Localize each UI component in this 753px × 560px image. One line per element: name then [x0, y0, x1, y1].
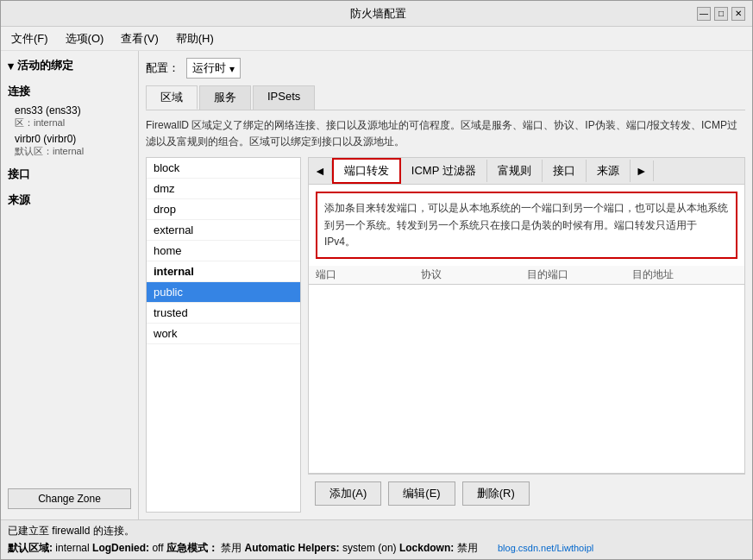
menu-help[interactable]: 帮助(H): [169, 29, 221, 48]
sub-tab-icmp[interactable]: ICMP 过滤器: [401, 160, 487, 182]
zone-public[interactable]: public: [147, 282, 300, 303]
status-connected: 已建立至 firewalld 的连接。: [8, 525, 135, 537]
tab-zones[interactable]: 区域: [146, 85, 198, 110]
config-bar: 配置： 运行时: [146, 58, 745, 79]
maximize-button[interactable]: □: [714, 7, 728, 21]
main-tabs: 区域 服务 IPSets: [146, 85, 745, 110]
content-area: 配置： 运行时 区域 服务 IPSets FirewallD 区域定义了绑定的网…: [139, 51, 752, 519]
right-panel: ◄ 端口转发 ICMP 过滤器 富规则 接口 来源 ► 添加条目来转发端口，可以…: [308, 157, 745, 513]
zone-trusted[interactable]: trusted: [147, 303, 300, 324]
action-buttons: 添加(A) 编辑(E) 删除(R): [308, 474, 745, 513]
zone-internal[interactable]: internal: [147, 261, 300, 282]
status-lockdown-label: Lockdown:: [399, 542, 454, 554]
title-bar: 防火墙配置 — □ ✕: [1, 1, 752, 27]
status-emergency-label: 应急模式：: [166, 542, 218, 554]
table-col-protocol: 协议: [421, 267, 526, 282]
sub-tab-source[interactable]: 来源: [587, 160, 631, 182]
config-dropdown[interactable]: 运行时: [186, 58, 241, 79]
minimize-button[interactable]: —: [697, 7, 711, 21]
sidebar-category-interface: 接口: [1, 163, 138, 186]
sidebar-item-virbr0-sub: 默认区：internal: [15, 145, 124, 158]
window-controls: — □ ✕: [697, 7, 745, 21]
sub-tab-right-arrow[interactable]: ►: [631, 160, 654, 181]
status-helpers-value: system (on): [342, 542, 399, 554]
menu-view[interactable]: 查看(V): [114, 29, 165, 48]
sub-tab-interface[interactable]: 接口: [543, 160, 587, 182]
status-default-zone-label: 默认区域:: [8, 542, 53, 554]
table-col-dest-addr: 目的地址: [632, 267, 737, 282]
menu-options[interactable]: 选项(O): [59, 29, 111, 48]
sidebar-section-header: ▾ 活动的绑定: [1, 54, 138, 77]
right-content: 添加条目来转发端口，可以是从本地系统的一个端口到另一个端口，也可以是从本地系统到…: [308, 184, 745, 474]
menu-bar: 文件(F) 选项(O) 查看(V) 帮助(H): [1, 27, 752, 51]
sub-tab-left-arrow[interactable]: ◄: [309, 160, 332, 181]
status-line2: 默认区域: internal LogDenied: off 应急模式： 禁用 A…: [8, 540, 745, 557]
sidebar-section-label: 活动的绑定: [17, 58, 73, 73]
sidebar-item-virbr0-label: virbr0 (virbr0): [15, 133, 124, 145]
chevron-down-icon: ▾: [8, 60, 14, 72]
sub-tabs: ◄ 端口转发 ICMP 过滤器 富规则 接口 来源 ►: [308, 157, 745, 184]
zone-block[interactable]: block: [147, 158, 300, 179]
zone-list-panel: block dmz drop external home internal pu…: [146, 157, 301, 513]
edit-button[interactable]: 编辑(E): [388, 481, 455, 506]
tab-services[interactable]: 服务: [199, 85, 251, 110]
status-helpers-label: Automatic Helpers:: [245, 542, 340, 554]
status-logdenied-value: off: [152, 542, 166, 554]
delete-button[interactable]: 删除(R): [462, 481, 530, 506]
table-body: [309, 285, 744, 473]
sidebar-category-source: 来源: [1, 189, 138, 211]
sidebar-bottom: Change Zone: [1, 481, 138, 516]
sidebar-item-ens33-label: ens33 (ens33): [15, 104, 124, 116]
zone-external[interactable]: external: [147, 220, 300, 241]
main-area: ▾ 活动的绑定 连接 ens33 (ens33) 区：internal virb…: [1, 51, 752, 519]
status-default-zone-value: internal: [55, 542, 92, 554]
sub-tab-port-forward[interactable]: 端口转发: [332, 158, 401, 184]
status-emergency-value: 禁用: [221, 542, 244, 554]
table-header: 端口 协议 目的端口 目的地址: [309, 266, 744, 285]
sidebar-category-connections: 连接: [1, 80, 138, 103]
status-logdenied-label: LogDenied:: [92, 542, 149, 554]
table-col-dest-port: 目的端口: [527, 267, 632, 282]
status-line1: 已建立至 firewalld 的连接。: [8, 523, 745, 539]
zone-drop[interactable]: drop: [147, 199, 300, 220]
status-lockdown-value: 禁用: [457, 542, 478, 554]
port-forward-info: 添加条目来转发端口，可以是从本地系统的一个端口到另一个端口，也可以是从本地系统到…: [316, 192, 737, 259]
sub-tab-rich-rules[interactable]: 富规则: [487, 160, 543, 182]
sidebar: ▾ 活动的绑定 连接 ens33 (ens33) 区：internal virb…: [1, 51, 139, 519]
two-panel: block dmz drop external home internal pu…: [146, 157, 745, 513]
menu-file[interactable]: 文件(F): [4, 29, 55, 48]
main-window: 防火墙配置 — □ ✕ 文件(F) 选项(O) 查看(V) 帮助(H) ▾ 活动…: [0, 0, 753, 560]
chevron-down-icon: [229, 62, 235, 75]
sidebar-item-virbr0[interactable]: virbr0 (virbr0) 默认区：internal: [1, 131, 138, 160]
zone-dmz[interactable]: dmz: [147, 179, 300, 199]
config-label: 配置：: [146, 60, 179, 76]
config-dropdown-label: 运行时: [192, 60, 226, 76]
sidebar-item-ens33-sub: 区：internal: [15, 116, 124, 129]
zone-home[interactable]: home: [147, 241, 300, 261]
tab-ipsets[interactable]: IPSets: [253, 85, 315, 110]
description-text: FirewallD 区域定义了绑定的网络连接、接口以及源地址的可信程度。区域是服…: [146, 117, 745, 150]
sidebar-item-ens33[interactable]: ens33 (ens33) 区：internal: [1, 103, 138, 131]
watermark: blog.csdn.net/Liwthoipl: [498, 543, 593, 553]
add-button[interactable]: 添加(A): [315, 481, 381, 506]
change-zone-button[interactable]: Change Zone: [8, 488, 131, 509]
window-title: 防火墙配置: [60, 6, 697, 22]
close-button[interactable]: ✕: [731, 7, 745, 21]
zone-work[interactable]: work: [147, 324, 300, 344]
status-bar: 已建立至 firewalld 的连接。 默认区域: internal LogDe…: [1, 519, 752, 559]
table-col-port: 端口: [316, 267, 421, 282]
